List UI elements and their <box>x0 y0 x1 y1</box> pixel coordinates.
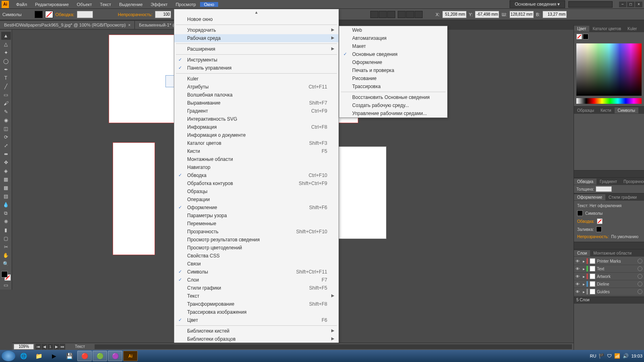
stroke-swatch-small[interactable] <box>583 34 588 39</box>
menu-item[interactable]: Новое окно <box>174 15 339 23</box>
menu-item[interactable]: Параметры узора <box>174 212 339 220</box>
expand-icon[interactable]: ▸ <box>583 259 585 263</box>
target-icon[interactable] <box>638 282 642 286</box>
hand-tool[interactable]: ✋ <box>1 251 11 259</box>
tab-transparency[interactable]: Прозрачность <box>620 179 644 185</box>
appearance-opacity[interactable]: Непрозрачность:По умолчанию <box>576 233 642 240</box>
menu-item[interactable]: Волшебная палочка <box>174 91 339 99</box>
tray-volume-icon[interactable]: 🔊 <box>623 353 629 359</box>
menu-window[interactable]: Окно <box>200 2 219 7</box>
selection-tool[interactable]: ▲ <box>1 32 11 40</box>
menu-item[interactable]: Переменные <box>174 220 339 228</box>
submenu-item[interactable]: Управление рабочими средами... <box>339 109 447 117</box>
tray-flag-icon[interactable]: 🏴 <box>599 353 605 359</box>
tab-brushes[interactable]: Кисти <box>597 107 615 113</box>
taskbar-media-icon[interactable]: ▶ <box>47 351 61 361</box>
menu-item[interactable]: ✓ЦветF6 <box>174 316 339 324</box>
magic-wand-tool[interactable]: ✦ <box>1 49 11 57</box>
menu-item[interactable]: Стили графикиShift+F5 <box>174 284 339 292</box>
mesh-tool[interactable]: ▩ <box>1 184 11 192</box>
artboard-number[interactable]: 1 <box>47 344 53 350</box>
language-indicator[interactable]: RU <box>590 354 597 358</box>
width-tool[interactable]: ⬌ <box>1 150 11 158</box>
layer-row[interactable]: 👁▸Text <box>574 265 644 273</box>
screen-mode-tool[interactable]: ▭ <box>1 281 11 289</box>
visibility-icon[interactable]: 👁 <box>576 290 581 294</box>
menu-item[interactable]: Расширения▶ <box>174 45 339 53</box>
menu-item[interactable]: Монтажные области <box>174 155 339 163</box>
align-right-button[interactable] <box>387 11 395 18</box>
menu-item[interactable]: ПрозрачностьShift+Ctrl+F10 <box>174 228 339 236</box>
submenu-item[interactable]: Макет <box>339 42 447 50</box>
zoom-tool[interactable]: 🔍 <box>1 260 11 268</box>
submenu-item[interactable]: Автоматизация <box>339 34 447 42</box>
type-tool[interactable]: T <box>1 74 11 82</box>
taskbar-app-icon[interactable]: 🟣 <box>108 351 122 361</box>
first-artboard-button[interactable]: ⏮ <box>35 344 41 350</box>
eraser-tool[interactable]: ◫ <box>1 125 11 133</box>
visibility-icon[interactable]: 👁 <box>576 282 581 286</box>
hue-strip[interactable] <box>576 98 642 104</box>
menu-item[interactable]: Связи <box>174 260 339 268</box>
rectangle-tool[interactable]: ▭ <box>1 91 11 99</box>
line-tool[interactable]: ╱ <box>1 82 11 90</box>
target-icon[interactable] <box>638 289 642 294</box>
zoom-input[interactable] <box>14 344 34 350</box>
align-left-button[interactable] <box>370 11 378 18</box>
horizontal-scrollbar[interactable] <box>95 344 572 349</box>
menu-item[interactable]: ВыравниваниеShift+F7 <box>174 99 339 107</box>
menu-item[interactable]: Текст▶ <box>174 292 339 300</box>
w-input[interactable] <box>510 11 534 18</box>
eyedropper-tool[interactable]: 💧 <box>1 201 11 209</box>
menu-edit[interactable]: Редактирование <box>31 2 73 7</box>
tab-stroke[interactable]: Обводка <box>574 179 597 185</box>
next-artboard-button[interactable]: ▶ <box>54 344 59 350</box>
close-button[interactable]: × <box>635 2 642 7</box>
submenu-item[interactable]: Восстановить Основные сведения <box>339 93 447 101</box>
menu-item[interactable]: Обработка контуровShift+Ctrl+F9 <box>174 179 339 187</box>
target-icon[interactable] <box>638 266 642 271</box>
blend-tool[interactable]: ⧉ <box>1 209 11 217</box>
menu-file[interactable]: Файл <box>12 2 31 7</box>
menu-view[interactable]: Просмотр <box>171 2 200 7</box>
menu-item[interactable]: Образцы <box>174 187 339 195</box>
layer-row[interactable]: 👁▸Printer Marks <box>574 257 644 265</box>
document-tab[interactable]: BestHDWallpapersPack965_9.jpg* @ 100% (R… <box>0 21 135 29</box>
menu-item[interactable]: КистиF5 <box>174 147 339 155</box>
stroke-swatch[interactable] <box>45 11 53 18</box>
taskbar-save-icon[interactable]: 💾 <box>62 351 76 361</box>
menu-item[interactable]: ✓Панель управления <box>174 64 339 72</box>
expand-icon[interactable]: ▸ <box>583 274 585 279</box>
menu-item[interactable]: Рабочая среда▶ <box>174 34 339 42</box>
menu-item[interactable]: ✓Инструменты <box>174 56 339 64</box>
visibility-icon[interactable]: 👁 <box>576 274 581 279</box>
menu-item[interactable]: Каталог цветовShift+F3 <box>174 139 339 147</box>
layer-row[interactable]: 👁▸Artwork <box>574 273 644 280</box>
submenu-item[interactable]: ✓Основные сведения <box>339 50 447 58</box>
stroke-weight-input[interactable] <box>77 11 93 18</box>
taskbar-chrome-icon[interactable]: 🟢 <box>93 351 107 361</box>
rotate-tool[interactable]: ⟳ <box>1 133 11 141</box>
taskbar-ie-icon[interactable]: 🌐 <box>16 351 31 361</box>
tab-color[interactable]: Цвет <box>574 26 589 32</box>
tab-layers[interactable]: Слои <box>574 250 590 256</box>
menu-item[interactable]: АтрибутыCtrl+F11 <box>174 83 339 91</box>
tab-color-guide[interactable]: Каталог цветов <box>589 26 624 32</box>
align-center-button[interactable] <box>379 11 387 18</box>
expand-icon[interactable]: ▸ <box>583 267 585 271</box>
align-bottom-button[interactable] <box>415 11 423 18</box>
tab-appearance[interactable]: Оформление <box>574 194 605 200</box>
stroke-link[interactable]: Обводка: <box>56 12 74 17</box>
menu-item[interactable]: ✓ОбводкаCtrl+F10 <box>174 171 339 179</box>
opacity-link[interactable]: Непрозрачность: <box>118 12 153 17</box>
tab-gradient[interactable]: Градиент <box>597 179 620 185</box>
minimize-button[interactable]: − <box>619 2 626 7</box>
taskbar-explorer-icon[interactable]: 📁 <box>31 351 46 361</box>
symbol-sprayer-tool[interactable]: ❋ <box>1 218 11 226</box>
h-input[interactable] <box>543 11 567 18</box>
submenu-item[interactable]: Оформление <box>339 58 447 66</box>
menu-item[interactable]: ИнформацияCtrl+F8 <box>174 123 339 131</box>
submenu-item[interactable]: Создать рабочую среду... <box>339 101 447 109</box>
gradient-tool[interactable]: ▤ <box>1 192 11 200</box>
menu-item[interactable]: ГрадиентCtrl+F9 <box>174 107 339 115</box>
